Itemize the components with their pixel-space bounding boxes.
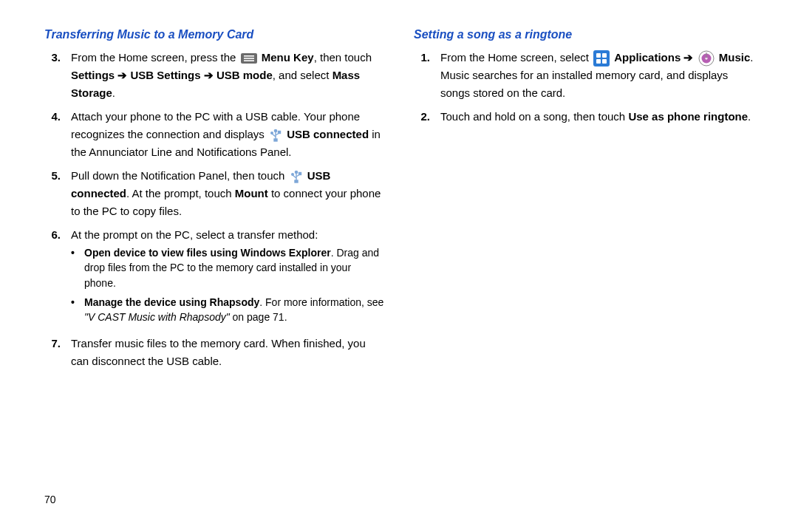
- right-column: Setting a song as a ringtone 1.From the …: [414, 28, 754, 488]
- svg-rect-2: [244, 58, 254, 59]
- text-run: From the Home screen, press the: [71, 51, 239, 64]
- manual-page: Transferring Music to a Memory Card 3.Fr…: [0, 0, 798, 532]
- text-run: USB mode: [216, 69, 273, 81]
- svg-point-10: [295, 171, 297, 173]
- left-list: 3.From the Home screen, press the Menu K…: [44, 49, 384, 370]
- svg-rect-18: [602, 59, 607, 64]
- text-run: ➔: [117, 69, 127, 81]
- left-column: Transferring Music to a Memory Card 3.Fr…: [44, 28, 384, 488]
- list-body: From the Home screen, press the Menu Key…: [71, 49, 384, 102]
- text-run: .: [112, 86, 115, 99]
- text-run: . At the prompt, touch: [126, 187, 235, 200]
- svg-rect-13: [295, 180, 298, 183]
- text-run: , and select: [273, 69, 332, 81]
- svg-point-6: [271, 132, 273, 134]
- list-body: At the prompt on the PC, select a transf…: [71, 226, 384, 329]
- bullet-dot: •: [71, 245, 84, 290]
- list-item: 2.Touch and hold on a song, then touch U…: [414, 108, 754, 126]
- bullet-body: Open device to view files using Windows …: [84, 245, 384, 290]
- sub-bullets: •Open device to view files using Windows…: [71, 245, 384, 324]
- svg-rect-12: [299, 173, 301, 175]
- svg-rect-17: [596, 59, 601, 64]
- text-run: ➔: [683, 51, 693, 64]
- left-heading: Transferring Music to a Memory Card: [44, 28, 384, 41]
- text-run: Open device to view files using Windows …: [84, 247, 331, 259]
- text-run: Pull down the Notification Panel, then t…: [71, 169, 288, 182]
- text-run: Transfer music files to the memory card.…: [71, 337, 366, 367]
- text-run: ➔: [204, 69, 214, 81]
- text-run: on page 71.: [230, 311, 287, 323]
- svg-rect-15: [596, 53, 601, 58]
- page-body: Transferring Music to a Memory Card 3.Fr…: [0, 0, 798, 488]
- music-icon: [698, 50, 715, 66]
- text-run: At the prompt on the PC, select a transf…: [71, 228, 318, 241]
- text-run: .: [748, 110, 751, 123]
- list-number: 1.: [414, 49, 440, 66]
- text-run: Use as phone ringtone: [628, 110, 748, 123]
- list-item: 3.From the Home screen, press the Menu K…: [44, 49, 384, 102]
- svg-rect-1: [244, 55, 254, 57]
- text-run: USB connected: [287, 128, 369, 140]
- list-item: 5.Pull down the Notification Panel, then…: [44, 167, 384, 220]
- list-number: 4.: [44, 108, 71, 126]
- text-run: [693, 51, 696, 64]
- text-run: USB Settings: [131, 69, 201, 81]
- text-run: Menu Key: [262, 51, 314, 64]
- page-number: 70: [44, 494, 56, 505]
- svg-rect-8: [274, 139, 277, 141]
- usb-icon: [269, 129, 282, 142]
- bullet-body: Manage the device using Rhapsody. For mo…: [84, 295, 384, 325]
- applications-icon: [593, 50, 610, 66]
- list-number: 5.: [44, 167, 71, 185]
- usb-icon: [290, 170, 303, 183]
- text-run: Music: [719, 51, 751, 64]
- list-number: 7.: [44, 335, 71, 352]
- list-number: 6.: [44, 226, 71, 244]
- svg-rect-14: [593, 50, 610, 66]
- svg-point-5: [274, 129, 276, 132]
- text-run: From the Home screen, select: [440, 51, 592, 64]
- list-item: 4.Attach your phone to the PC with a USB…: [44, 108, 384, 161]
- svg-rect-16: [602, 53, 607, 58]
- text-run: , then touch: [314, 51, 372, 64]
- svg-rect-7: [279, 132, 281, 134]
- list-item: 7.Transfer music files to the memory car…: [44, 335, 384, 370]
- list-body: Attach your phone to the PC with a USB c…: [71, 108, 384, 161]
- text-run: Touch and hold on a song, then touch: [440, 110, 628, 123]
- list-item: 1.From the Home screen, select Applicati…: [414, 49, 754, 102]
- list-item: 6.At the prompt on the PC, select a tran…: [44, 226, 384, 329]
- right-list: 1.From the Home screen, select Applicati…: [414, 49, 754, 126]
- right-heading: Setting a song as a ringtone: [414, 28, 754, 41]
- svg-rect-3: [244, 60, 254, 61]
- text-run: "V CAST Music with Rhapsody": [84, 311, 230, 323]
- svg-point-11: [291, 174, 293, 176]
- text-run: Applications: [614, 51, 681, 64]
- bullet-item: •Manage the device using Rhapsody. For m…: [71, 295, 384, 325]
- list-number: 2.: [414, 108, 440, 126]
- list-number: 3.: [44, 49, 71, 66]
- text-run: Mount: [235, 187, 268, 200]
- text-run: Settings: [71, 69, 115, 81]
- list-body: Transfer music files to the memory card.…: [71, 335, 384, 370]
- text-run: . For more information, see: [259, 296, 383, 308]
- menu-key-icon: [241, 53, 257, 64]
- list-body: Pull down the Notification Panel, then t…: [71, 167, 384, 220]
- text-run: Manage the device using Rhapsody: [84, 296, 259, 308]
- bullet-dot: •: [71, 295, 84, 325]
- list-body: Touch and hold on a song, then touch Use…: [440, 108, 754, 126]
- bullet-item: •Open device to view files using Windows…: [71, 245, 384, 290]
- list-body: From the Home screen, select Application…: [440, 49, 754, 102]
